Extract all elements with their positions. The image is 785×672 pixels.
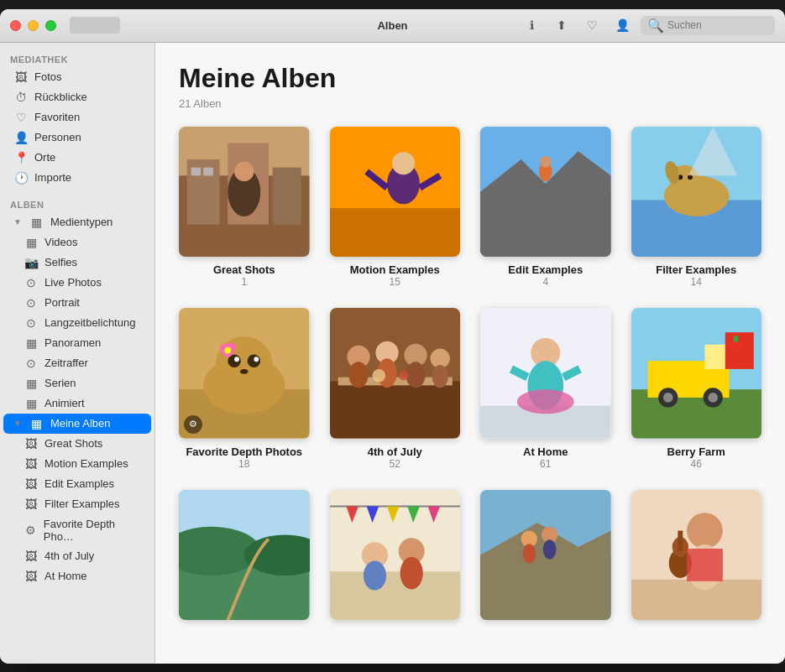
animiert-icon: ▦ <box>24 397 39 410</box>
imports-icon: 🕐 <box>13 171 29 185</box>
album-row3d[interactable] <box>631 490 762 628</box>
album-name-berry: Berry Farm <box>667 445 725 458</box>
album-name-edit: Edit Examples <box>508 263 583 276</box>
album-motion-examples[interactable]: Motion Examples 15 <box>330 127 461 289</box>
selfies-icon: 📷 <box>24 256 39 269</box>
sidebar-label-favoriten: Favoriten <box>34 111 80 123</box>
album-grid: Great Shots 1 <box>179 127 761 628</box>
sidebar-item-favoriten[interactable]: ♡ Favoriten <box>3 107 151 128</box>
search-input[interactable] <box>667 19 768 31</box>
serien-icon: ▦ <box>24 377 39 390</box>
sidebar-item-rueckblicke[interactable]: ⏱ Rückblicke <box>3 87 151 107</box>
window-title: Alben <box>377 19 407 32</box>
album-thumb-row3b <box>330 490 461 621</box>
places-icon: 📍 <box>13 151 29 164</box>
traffic-lights <box>10 20 56 31</box>
album-count-great-shots: 1 <box>241 276 247 288</box>
close-button[interactable] <box>10 20 21 31</box>
sidebar-label-panoramen: Panoramen <box>44 336 101 349</box>
sidebar-item-serien[interactable]: ▦ Serien <box>3 373 151 393</box>
sidebar-item-fotos[interactable]: 🖼 Fotos <box>3 67 151 87</box>
svg-point-36 <box>254 357 259 362</box>
sidebar-label-personen: Personen <box>34 131 81 143</box>
sidebar-item-motion[interactable]: 🖼 Motion Examples <box>3 454 151 474</box>
sidebar-item-animiert[interactable]: ▦ Animiert <box>3 393 151 414</box>
album-row3a[interactable] <box>179 490 310 628</box>
svg-point-20 <box>540 155 552 167</box>
svg-point-68 <box>662 393 672 403</box>
sidebar-item-meine-alben[interactable]: ▼ ▦ Meine Alben <box>3 414 151 434</box>
sidebar-item-personen[interactable]: 👤 Personen <box>3 128 151 148</box>
sidebar-item-depth[interactable]: ⚙ Favorite Depth Pho… <box>3 514 151 546</box>
sidebar-label-importe: Importe <box>34 171 71 184</box>
disclosure-meine-alben: ▼ <box>13 419 22 428</box>
album-thumb-row3a <box>179 490 310 621</box>
photos-icon: 🖼 <box>13 70 29 84</box>
album-thumb-depth: ⚙ <box>179 308 310 439</box>
sidebar-item-zeitraffer[interactable]: ⊙ Zeitraffer <box>3 353 151 373</box>
sidebar-item-selfies[interactable]: 📷 Selfies <box>3 253 151 273</box>
album-row3c[interactable] <box>480 490 611 628</box>
maximize-button[interactable] <box>45 20 56 31</box>
album-filter-examples[interactable]: Filter Examples 14 <box>631 127 762 289</box>
sidebar-item-live-photos[interactable]: ⊙ Live Photos <box>3 273 151 293</box>
sidebar-item-home[interactable]: 🖼 At Home <box>3 566 151 586</box>
sidebar-label-filter: Filter Examples <box>44 497 120 510</box>
minimize-button[interactable] <box>28 20 39 31</box>
sidebar-item-portrait[interactable]: ⊙ Portrait <box>3 293 151 313</box>
great-shots-nav-icon: 🖼 <box>24 437 39 451</box>
sidebar-item-importe[interactable]: 🕐 Importe <box>3 168 151 188</box>
main-window: Alben ℹ ⬆ ♡ 👤 🔍 Mediathek 🖼 Fotos ⏱ Rück… <box>0 9 785 664</box>
sidebar: Mediathek 🖼 Fotos ⏱ Rückblicke ♡ Favorit… <box>0 43 155 664</box>
svg-point-91 <box>400 556 422 589</box>
search-bar[interactable]: 🔍 <box>641 16 775 35</box>
album-row3b[interactable] <box>330 490 461 628</box>
album-thumb-berry <box>631 308 762 439</box>
svg-point-8 <box>234 161 254 180</box>
sidebar-item-great-shots[interactable]: 🖼 Great Shots <box>3 434 151 454</box>
zeitraffer-icon: ⊙ <box>24 357 39 370</box>
sidebar-item-videos[interactable]: ▦ Videos <box>3 232 151 253</box>
sidebar-label-serien: Serien <box>44 377 76 389</box>
sidebar-item-langzeit[interactable]: ⊙ Langzeitbelichtung <box>3 313 151 333</box>
sidebar-item-edit[interactable]: 🖼 Edit Examples <box>3 474 151 494</box>
people-button[interactable]: 👤 <box>610 17 634 34</box>
album-count-motion: 15 <box>390 276 400 288</box>
svg-rect-6 <box>203 167 213 175</box>
sidebar-label-meine-alben: Meine Alben <box>50 417 111 430</box>
sidebar-label-medientypen: Medientypen <box>50 216 113 228</box>
favorite-button[interactable]: ♡ <box>580 17 604 34</box>
album-count: 21 Alben <box>179 97 761 110</box>
sidebar-item-panoramen[interactable]: ▦ Panoramen <box>3 333 151 353</box>
album-home[interactable]: At Home 61 <box>480 308 611 470</box>
sidebar-item-july[interactable]: 🖼 4th of July <box>3 546 151 566</box>
sidebar-item-orte[interactable]: 📍 Orte <box>3 148 151 168</box>
page-title: Meine Alben <box>179 63 761 94</box>
sidebar-label-edit: Edit Examples <box>44 477 114 490</box>
album-count-filter: 14 <box>691 276 702 288</box>
album-thumb-home <box>480 308 611 439</box>
album-great-shots[interactable]: Great Shots 1 <box>179 127 310 289</box>
album-thumb-motion <box>330 127 461 258</box>
share-button[interactable]: ⬆ <box>550 17 573 34</box>
sidebar-label-animiert: Animiert <box>44 397 85 409</box>
svg-rect-4 <box>273 167 301 224</box>
sidebar-item-medientypen[interactable]: ▼ ▦ Medientypen <box>3 212 151 232</box>
svg-rect-5 <box>191 167 201 175</box>
mediathek-section-header: Mediathek <box>0 49 154 67</box>
album-berry[interactable]: Berry Farm 46 <box>631 308 762 470</box>
sidebar-label-langzeit: Langzeitbelichtung <box>44 316 135 329</box>
motion-nav-icon: 🖼 <box>24 457 39 471</box>
album-thumb-july <box>330 308 461 439</box>
svg-rect-74 <box>733 336 738 342</box>
album-count-home: 61 <box>540 458 551 470</box>
sidebar-item-filter[interactable]: 🖼 Filter Examples <box>3 494 151 514</box>
sidebar-toggle[interactable] <box>70 17 120 34</box>
album-edit-examples[interactable]: Edit Examples 4 <box>480 127 611 289</box>
svg-point-102 <box>687 513 723 549</box>
info-button[interactable]: ℹ <box>520 17 543 34</box>
album-count-berry: 46 <box>691 458 702 470</box>
album-july[interactable]: 4th of July 52 <box>330 308 461 470</box>
album-depth[interactable]: ⚙ Favorite Depth Photos 18 <box>179 308 310 470</box>
filter-nav-icon: 🖼 <box>24 497 39 511</box>
